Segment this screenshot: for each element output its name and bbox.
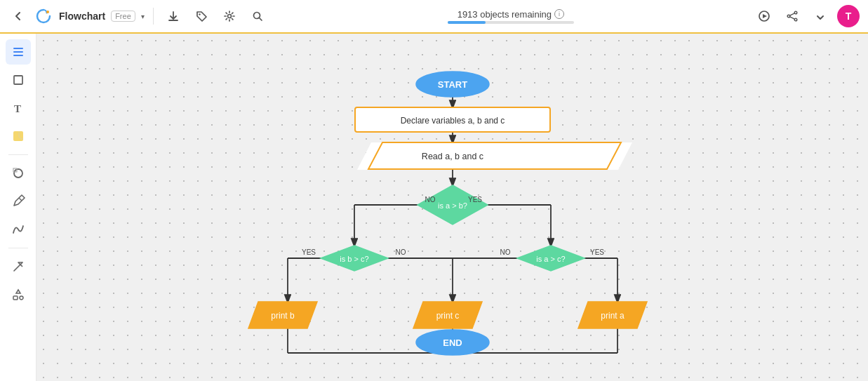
topbar-left: Flowchart Free ▾ [8, 5, 269, 27]
progress-bar-fill [448, 21, 486, 24]
play-button[interactable] [753, 5, 775, 27]
main-area: T [0, 34, 868, 381]
pen-tool-button[interactable] [6, 189, 31, 214]
svg-line-21 [19, 198, 22, 201]
diagram-title: Flowchart [59, 11, 105, 22]
svg-text:YES: YES [467, 196, 481, 203]
tool-separator-2 [8, 248, 28, 248]
svg-text:END: END [443, 337, 462, 348]
flowchart-svg: START Declare variables a, b and c Read … [207, 34, 698, 381]
svg-text:print a: print a [601, 311, 625, 321]
svg-rect-15 [13, 55, 23, 56]
svg-line-12 [790, 17, 795, 19]
svg-point-9 [794, 18, 797, 21]
svg-marker-23 [16, 290, 20, 293]
settings-button[interactable] [218, 5, 241, 27]
svg-text:START: START [437, 79, 467, 90]
topbar: Flowchart Free ▾ 1913 objects remaining … [0, 0, 868, 34]
svg-point-8 [794, 11, 797, 14]
svg-text:is a > c?: is a > c? [536, 255, 565, 263]
svg-rect-18 [13, 131, 23, 141]
select-tool-button[interactable] [6, 39, 31, 65]
left-toolbar: T [0, 34, 36, 381]
sticky-tool-button[interactable] [6, 123, 31, 149]
canvas[interactable]: START Declare variables a, b and c Read … [36, 34, 868, 381]
download-button[interactable] [162, 5, 185, 27]
info-icon[interactable]: i [554, 9, 564, 19]
svg-text:is b > c?: is b > c? [340, 255, 368, 263]
svg-point-3 [227, 15, 231, 18]
svg-text:NO: NO [425, 196, 435, 203]
svg-point-25 [20, 296, 23, 300]
back-button[interactable] [8, 6, 28, 26]
more-button[interactable] [809, 5, 832, 27]
svg-line-11 [790, 13, 795, 15]
svg-line-5 [259, 18, 262, 21]
frame-tool-button[interactable] [6, 67, 31, 93]
svg-text:Declare variables a, b and c: Declare variables a, b and c [400, 116, 505, 126]
avatar[interactable]: T [837, 5, 860, 27]
connector-tool-button[interactable] [6, 254, 31, 279]
svg-marker-7 [763, 14, 767, 18]
svg-text:Read a, b and c: Read a, b and c [421, 152, 483, 161]
objects-remaining: 1913 objects remaining i [458, 9, 564, 20]
separator [153, 8, 154, 25]
svg-line-22 [14, 262, 22, 271]
logo-icon [34, 6, 53, 26]
topbar-right: T [753, 5, 860, 27]
free-badge: Free [111, 11, 135, 22]
svg-text:YES: YES [301, 248, 315, 256]
share-button[interactable] [781, 5, 803, 27]
svg-text:NO: NO [395, 248, 406, 256]
svg-point-19 [14, 169, 22, 178]
progress-bar [448, 21, 574, 24]
svg-point-10 [787, 15, 790, 18]
shape-tool-button[interactable] [6, 161, 31, 186]
svg-text:print b: print b [271, 311, 295, 321]
text-tool-button[interactable]: T [6, 95, 31, 121]
curve-tool-button[interactable] [6, 217, 31, 242]
svg-text:YES: YES [589, 248, 603, 256]
shapes-extra-button[interactable] [6, 282, 31, 307]
search-button[interactable] [246, 5, 269, 27]
svg-rect-24 [13, 296, 18, 300]
svg-rect-13 [13, 48, 23, 49]
tag-button[interactable] [190, 5, 213, 27]
svg-text:T: T [14, 103, 21, 114]
topbar-center: 1913 objects remaining i [274, 9, 747, 24]
svg-text:NO: NO [500, 248, 510, 256]
objects-remaining-text: 1913 objects remaining [458, 9, 552, 20]
svg-rect-14 [13, 51, 23, 53]
title-chevron-icon[interactable]: ▾ [141, 13, 145, 20]
svg-point-2 [199, 13, 200, 15]
svg-marker-51 [368, 142, 621, 169]
svg-text:print c: print c [436, 311, 459, 321]
svg-text:is a > b?: is a > b? [438, 201, 467, 210]
tool-separator-1 [8, 154, 28, 155]
svg-point-0 [46, 11, 49, 13]
svg-rect-16 [14, 76, 22, 84]
